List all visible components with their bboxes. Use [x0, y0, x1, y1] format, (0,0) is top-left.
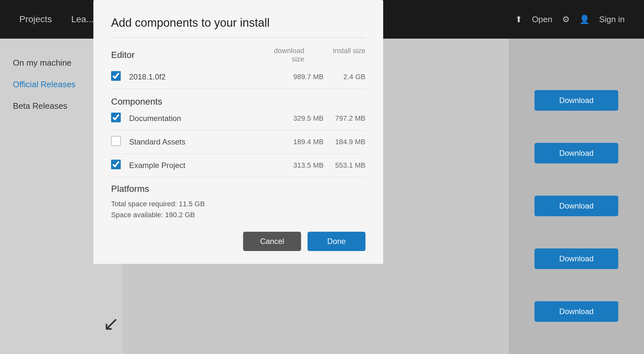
editor-version-inst-size: 2.4 GB	[324, 73, 365, 81]
editor-version-dl-size: 989.7 MB	[279, 73, 324, 81]
platforms-title: Platforms	[111, 184, 365, 194]
component-checkbox-0[interactable]	[111, 113, 121, 122]
space-available-text: Space available: 190.2 GB	[111, 211, 365, 219]
editor-label: Editor	[111, 50, 135, 60]
component-dl-size-2: 313.5 MB	[279, 161, 324, 170]
settings-icon[interactable]: ⚙	[562, 14, 570, 24]
download-button-1[interactable]: Download	[535, 90, 618, 111]
component-row-2: Example Project313.5 MB553.1 MB	[111, 154, 365, 177]
editor-section: Editor download size install size 2018.1…	[111, 47, 365, 89]
total-space-text: Total space required: 11.5 GB	[111, 200, 365, 208]
components-list: Documentation329.5 MB797.2 MBStandard As…	[111, 107, 365, 177]
editor-version-checkbox-wrapper[interactable]	[111, 71, 123, 83]
modal-dialog: Add components to your install Editor do…	[93, 0, 383, 264]
component-name-2: Example Project	[129, 161, 279, 170]
nav-projects[interactable]: Projects	[19, 14, 52, 24]
component-row-1: Standard Assets189.4 MB184.9 MB	[111, 130, 365, 154]
col-download-header: download size	[262, 47, 304, 63]
right-col: Download Download Download Download Down…	[509, 39, 644, 354]
download-button-5[interactable]: Download	[535, 301, 618, 322]
component-dl-size-1: 189.4 MB	[279, 138, 324, 146]
modal-footer: Cancel Done	[111, 225, 365, 251]
modal-title: Add components to your install	[111, 16, 365, 30]
download-button-3[interactable]: Download	[535, 196, 618, 216]
component-checkbox-wrapper-2[interactable]	[111, 160, 123, 171]
component-name-1: Standard Assets	[129, 137, 279, 146]
upload-icon: ⬆	[515, 14, 522, 24]
editor-header-row: Editor download size install size	[111, 47, 365, 63]
sign-in-label[interactable]: Sign in	[599, 14, 625, 24]
components-title: Components	[111, 97, 365, 107]
open-label[interactable]: Open	[532, 14, 553, 24]
component-checkbox-1[interactable]	[111, 136, 121, 146]
component-checkbox-wrapper-1[interactable]	[111, 136, 123, 148]
component-inst-size-0: 797.2 MB	[324, 114, 365, 123]
done-button[interactable]: Done	[308, 232, 365, 251]
component-name-0: Documentation	[129, 114, 279, 123]
col-headers: download size install size	[262, 47, 365, 63]
col-install-header: install size	[324, 47, 365, 63]
components-section: Components Documentation329.5 MB797.2 MB…	[111, 92, 365, 177]
nav-right: ⬆ Open ⚙ 👤 Sign in	[515, 14, 625, 24]
nav-learn[interactable]: Lea...	[71, 14, 94, 24]
component-inst-size-1: 184.9 MB	[324, 138, 365, 146]
download-button-2[interactable]: Download	[535, 143, 618, 163]
modal-divider	[111, 37, 365, 38]
component-checkbox-2[interactable]	[111, 160, 121, 169]
cancel-button[interactable]: Cancel	[243, 232, 301, 251]
arrow-icon: ↙	[103, 312, 119, 335]
component-row-0: Documentation329.5 MB797.2 MB	[111, 107, 365, 130]
editor-version-name: 2018.1.0f2	[129, 72, 279, 81]
download-button-4[interactable]: Download	[535, 248, 618, 269]
account-icon: 👤	[579, 14, 590, 24]
editor-version-checkbox[interactable]	[111, 71, 121, 81]
editor-version-row: 2018.1.0f2 989.7 MB 2.4 GB	[111, 65, 365, 89]
platforms-section: Platforms Total space required: 11.5 GB …	[111, 184, 365, 222]
component-dl-size-0: 329.5 MB	[279, 114, 324, 123]
component-checkbox-wrapper-0[interactable]	[111, 113, 123, 124]
component-inst-size-2: 553.1 MB	[324, 161, 365, 170]
